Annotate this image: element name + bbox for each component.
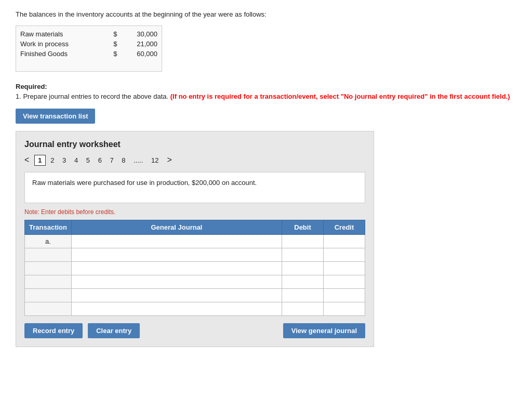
debit-cell[interactable] (282, 248, 324, 262)
page-item-10[interactable]: 12 (148, 155, 162, 165)
required-section: Required: 1. Prepare journal entries to … (16, 83, 516, 100)
journal-table: Transaction General Journal Debit Credit… (24, 220, 365, 316)
general-journal-input[interactable] (74, 235, 280, 248)
inventory-label: Raw materials (16, 29, 108, 39)
next-arrow[interactable]: > (167, 155, 171, 165)
instruction: 1. Prepare journal entries to record the… (16, 92, 516, 100)
credit-cell[interactable] (324, 262, 365, 275)
debit-input[interactable] (284, 289, 321, 302)
general-journal-header: General Journal (72, 220, 282, 235)
debit-cell[interactable] (282, 289, 324, 302)
credit-input[interactable] (326, 289, 363, 302)
credit-input[interactable] (326, 302, 363, 315)
prev-arrow[interactable]: < (24, 155, 29, 165)
debit-input[interactable] (284, 275, 321, 288)
worksheet-title: Journal entry worksheet (24, 140, 365, 149)
general-journal-input[interactable] (74, 262, 280, 275)
general-journal-input[interactable] (74, 275, 280, 288)
credit-header: Credit (324, 220, 365, 235)
worksheet-container: Journal entry worksheet < 1 2 3 4 5 6 7 … (16, 131, 374, 347)
view-general-journal-button[interactable]: View general journal (283, 323, 365, 338)
inventory-amount: 21,000 (122, 39, 162, 49)
general-journal-cell[interactable] (72, 275, 282, 289)
page-item-4[interactable]: 4 (71, 155, 81, 165)
general-journal-cell[interactable] (72, 248, 282, 262)
transaction-header: Transaction (25, 220, 72, 235)
transaction-cell (25, 289, 72, 302)
record-entry-button[interactable]: Record entry (24, 323, 83, 338)
credit-cell[interactable] (324, 289, 365, 302)
page-item-3[interactable]: 3 (59, 155, 69, 165)
intro-text: The balances in the inventory accounts a… (16, 10, 516, 18)
transaction-cell (25, 302, 72, 316)
debit-input[interactable] (284, 262, 321, 275)
clear-entry-button[interactable]: Clear entry (88, 323, 140, 338)
debit-cell[interactable] (282, 235, 324, 248)
pagination: < 1 2 3 4 5 6 7 8 ..... 12 > (24, 155, 365, 165)
general-journal-input[interactable] (74, 248, 280, 261)
general-journal-cell[interactable] (72, 235, 282, 248)
required-label: Required: (16, 83, 47, 90)
page-item-2[interactable]: 2 (47, 155, 57, 165)
general-journal-cell[interactable] (72, 262, 282, 275)
inventory-amount: 60,000 (122, 49, 162, 59)
button-row: Record entry Clear entry View general jo… (24, 323, 365, 338)
general-journal-cell[interactable] (72, 302, 282, 316)
journal-row (25, 248, 365, 262)
credit-cell[interactable] (324, 248, 365, 262)
instruction-plain: 1. Prepare journal entries to record the… (16, 92, 170, 100)
instruction-highlight: (If no entry is required for a transacti… (170, 92, 510, 100)
credit-input[interactable] (326, 275, 363, 288)
credit-input[interactable] (326, 248, 363, 261)
inventory-row: Raw materials $ 30,000 (16, 29, 162, 39)
page-item-9[interactable]: ..... (130, 155, 146, 165)
page-item-1[interactable]: 1 (34, 155, 45, 166)
transaction-cell: a. (25, 235, 72, 248)
journal-row (25, 262, 365, 275)
inventory-label: Finished Goods (16, 49, 108, 59)
button-row-left: Record entry Clear entry (24, 323, 140, 338)
inventory-amount: 30,000 (122, 29, 162, 39)
inventory-symbol: $ (108, 39, 122, 49)
credit-input[interactable] (326, 262, 363, 275)
debit-input[interactable] (284, 235, 321, 248)
general-journal-cell[interactable] (72, 289, 282, 302)
inventory-table: Raw materials $ 30,000 Work in process $… (16, 29, 162, 59)
description-box: Raw materials were purchased for use in … (24, 172, 365, 203)
page-item-7[interactable]: 7 (107, 155, 117, 165)
inventory-row: Finished Goods $ 60,000 (16, 49, 162, 59)
transaction-cell (25, 248, 72, 262)
debit-cell[interactable] (282, 302, 324, 316)
inventory-row: Work in process $ 21,000 (16, 39, 162, 49)
inventory-table-wrapper: Raw materials $ 30,000 Work in process $… (16, 25, 162, 72)
page-item-6[interactable]: 6 (95, 155, 105, 165)
debit-cell[interactable] (282, 275, 324, 289)
page-item-5[interactable]: 5 (83, 155, 93, 165)
transaction-cell (25, 262, 72, 275)
journal-row: a. (25, 235, 365, 248)
page-item-8[interactable]: 8 (118, 155, 128, 165)
debit-cell[interactable] (282, 262, 324, 275)
journal-row (25, 275, 365, 289)
credit-cell[interactable] (324, 302, 365, 316)
debit-input[interactable] (284, 248, 321, 261)
journal-row (25, 289, 365, 302)
view-transaction-button[interactable]: View transaction list (16, 109, 95, 124)
general-journal-input[interactable] (74, 289, 280, 302)
credit-input[interactable] (326, 235, 363, 248)
credit-cell[interactable] (324, 275, 365, 289)
debit-header: Debit (282, 220, 324, 235)
debit-input[interactable] (284, 302, 321, 315)
journal-row (25, 302, 365, 316)
inventory-label: Work in process (16, 39, 108, 49)
credit-cell[interactable] (324, 235, 365, 248)
general-journal-input[interactable] (74, 302, 280, 315)
transaction-cell (25, 275, 72, 289)
inventory-symbol: $ (108, 29, 122, 39)
note-text: Note: Enter debits before credits. (24, 208, 365, 216)
inventory-symbol: $ (108, 49, 122, 59)
